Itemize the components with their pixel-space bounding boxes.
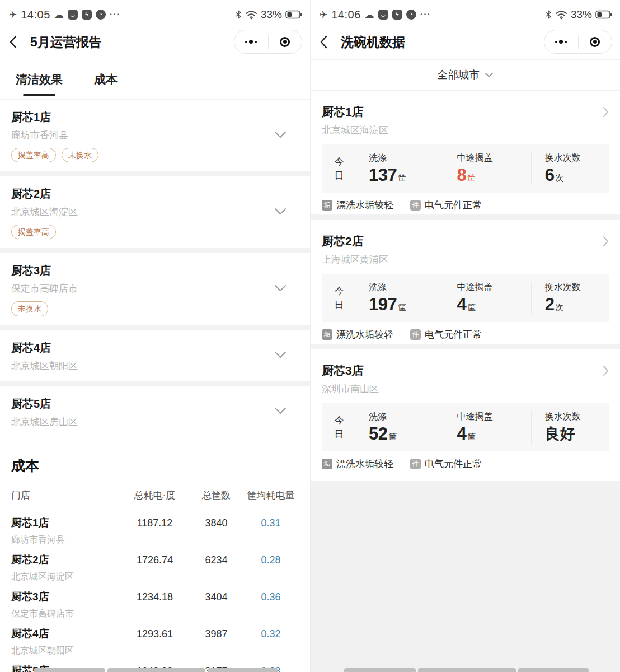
health-tags: 垢 漂洗水垢较轻 件 电气元件正常 [322,328,609,341]
store-card-list: 厨芯1店 北京城区海淀区 今日 洗涤 137 筐 [311,91,620,473]
city-filter-label: 全部城市 [437,68,480,82]
store-location: 深圳市南山区 [322,382,609,395]
clock-time: 14:06 [331,8,361,21]
component-badge-icon: 件 [410,200,421,211]
store-name: 厨芯4店 [11,340,299,356]
expand-button[interactable] [274,284,286,294]
bottom-skeleton-bars [311,668,620,672]
tab-cleaning-effect[interactable]: 清洁效果 [16,59,63,99]
expand-button[interactable] [274,407,286,417]
divider [0,381,310,386]
store-location: 北京城区海淀区 [11,571,120,583]
browser-app-icon: ◔ [406,10,416,20]
today-stats-box: 今日 洗涤 197 筐 中途揭盖 4 筐 [322,274,609,322]
tab-bar: 清洁效果 成本 [0,59,310,100]
nav-bar: 洗碗机数据 [311,25,620,59]
today-stats-box: 今日 洗涤 52 筐 中途揭盖 4 筐 [322,403,609,451]
scale-tag: 垢 漂洗水垢较轻 [322,458,393,470]
more-options-button[interactable] [234,30,268,53]
battery-icon [595,10,612,19]
nav-bar: 5月运营报告 [0,25,310,59]
store-location: 上海城区黄浦区 [322,253,609,266]
status-badge: 揭盖率高 [11,225,56,239]
back-button[interactable] [9,32,25,52]
mid-open-count: 4 [457,295,466,315]
store-row-1: 厨芯1店 廊坊市香河县 揭盖率高 未换水 [0,100,310,171]
chevron-down-icon [274,407,286,414]
page-title: 5月运营报告 [30,34,102,51]
store-name: 厨芯2店 [322,234,364,249]
store-name: 厨芯1店 [11,516,120,530]
water-change-status: 良好 [545,424,575,444]
store-name: 厨芯3店 [11,590,120,604]
expand-button[interactable] [274,207,286,217]
expand-button[interactable] [274,351,286,361]
back-button[interactable] [320,32,335,52]
store-row-4: 厨芯4店 北京城区朝阳区 [0,330,310,381]
battery-icon [285,10,302,19]
tab-cost[interactable]: 成本 [94,59,118,99]
store-card-1[interactable]: 厨芯1店 北京城区海淀区 今日 洗涤 137 筐 [311,91,620,214]
stat-wash: 洗涤 52 筐 [355,411,443,444]
more-options-button[interactable] [544,30,578,53]
chevron-right-icon [603,106,609,118]
store-name: 厨芯2店 [11,553,120,567]
total-baskets-value: 3987 [190,627,243,640]
battery-percent: 33% [571,8,592,21]
store-location: 保定市高碑店市 [11,282,299,295]
city-filter-dropdown[interactable]: 全部城市 [311,59,620,91]
chevron-down-icon [485,72,494,78]
health-tags: 垢 漂洗水垢较轻 件 电气元件正常 [322,199,609,212]
miniprogram-capsule [544,30,612,54]
divider [0,325,310,330]
today-label: 今日 [329,284,349,312]
component-badge-icon: 件 [410,329,421,340]
chevron-down-icon [274,284,286,292]
wifi-icon [245,10,257,20]
avg-power-value: 0.28 [243,553,299,566]
chevron-right-icon [603,365,609,376]
store-card-2[interactable]: 厨芯2店 上海城区黄浦区 今日 洗涤 197 筐 [311,220,620,344]
water-change-count: 6 [545,165,555,185]
total-baskets-value: 6234 [190,553,243,566]
column-store: 门店 [11,489,120,502]
stat-mid-open: 中途揭盖 8 筐 [443,152,531,185]
store-name: 厨芯3店 [11,263,299,278]
component-tag: 件 电气元件正常 [410,458,482,470]
notification-app-icon: ◡ [68,10,78,20]
mid-open-count: 8 [457,165,466,185]
chevron-down-icon [274,131,286,138]
wash-count: 137 [369,165,397,185]
expand-button[interactable] [274,130,286,141]
wash-count: 197 [369,295,397,315]
column-total-power: 总耗电·度 [120,489,190,502]
column-total-baskets: 总筐数 [190,489,243,502]
today-label: 今日 [329,413,349,442]
column-avg-power: 筐均耗电量 [243,489,299,502]
store-name: 厨芯1店 [11,110,299,125]
more-notifications-icon [110,10,120,20]
avg-power-value: 0.32 [243,627,299,640]
stat-water-change: 换水次数 2 次 [532,282,609,314]
store-name: 厨芯5店 [11,396,299,412]
stat-mid-open: 中途揭盖 4 筐 [443,411,531,444]
stat-wash: 洗涤 197 筐 [355,282,443,314]
store-card-3[interactable]: 厨芯3店 深圳市南山区 今日 洗涤 52 筐 [311,349,620,473]
store-name: 厨芯4店 [11,627,120,641]
target-circle-icon [590,37,600,47]
close-miniprogram-button[interactable] [269,30,302,53]
store-location: 北京城区朝阳区 [11,645,120,657]
target-circle-icon [280,37,290,47]
component-badge-icon: 件 [410,459,421,469]
component-tag: 件 电气元件正常 [410,328,482,341]
status-badge: 揭盖率高 [11,148,56,162]
scale-badge-icon: 垢 [322,200,332,211]
screen-dishwasher-data: ✈ 14:06 ☁ ◡ ϟ ◔ 33% 洗碗机数据 [310,0,620,672]
close-miniprogram-button[interactable] [579,30,612,53]
page-title: 洗碗机数据 [341,34,405,51]
total-power-value: 1293.61 [120,627,190,640]
store-name: 厨芯2店 [11,186,299,202]
table-header: 门店 总耗电·度 总筐数 筐均耗电量 [11,484,299,507]
wifi-icon [555,10,567,20]
weather-cloud-icon: ☁ [365,9,374,21]
